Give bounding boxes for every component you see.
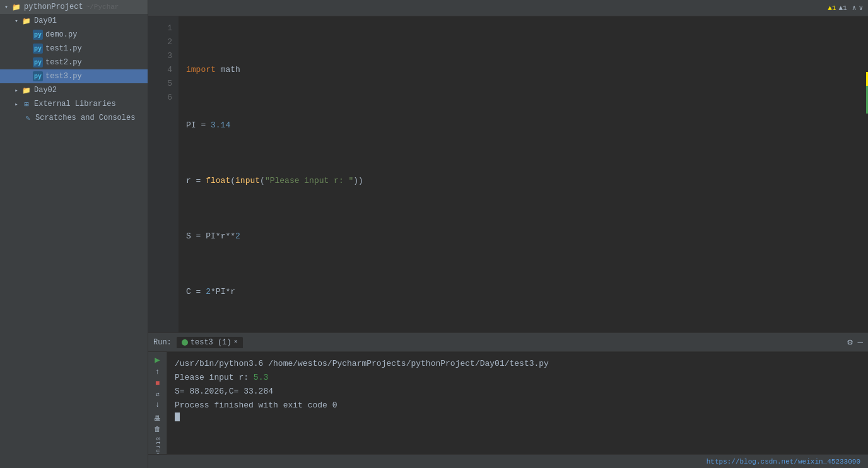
py-icon-demo: py (33, 30, 43, 40)
line-numbers: 1 2 3 4 5 6 (148, 16, 179, 332)
code-line-2: PI = 3.14 (186, 119, 860, 132)
settings-icon[interactable]: ⚙ (847, 337, 852, 348)
sidebar-item-ext-libs[interactable]: ▸ ⊞ External Libraries (0, 97, 148, 111)
console-cursor-line (175, 412, 860, 426)
nav-up[interactable]: ∧ (852, 4, 857, 12)
minimize-icon[interactable]: — (858, 337, 863, 348)
arrow-test2-py (23, 59, 32, 66)
console-output[interactable]: /usr/bin/python3.6 /home/westos/PycharmP… (167, 352, 868, 454)
expand-arrow-day02: ▸ (13, 86, 20, 94)
demo-py-label: demo.py (45, 30, 77, 39)
run-tab-status-icon (182, 339, 188, 346)
project-name: pythonProject (24, 3, 83, 11)
editor-area: ▲1 ▲1 ∧ ∨ 1 2 3 4 5 6 import math PI = 3… (148, 0, 868, 468)
status-link[interactable]: https://blog.csdn.net/weixin_45233090 (707, 458, 860, 465)
arrow-test1-py (23, 45, 32, 52)
arrow-demo-py (23, 31, 32, 38)
arrow-scratches (13, 114, 21, 122)
sidebar-item-day01[interactable]: ▾ 📁 Day01 (0, 14, 148, 28)
py-icon-test3: py (33, 71, 43, 81)
stop-btn[interactable]: ■ (151, 379, 165, 388)
down-btn[interactable]: ↓ (151, 401, 165, 409)
sidebar-item-demo-py[interactable]: py demo.py (0, 28, 148, 42)
scratches-label: Scratches and Consoles (35, 114, 135, 122)
structure-label-btn[interactable]: Structure (151, 448, 165, 454)
run-tab-bar: Run: test3 (1) × ⚙ — (148, 333, 868, 352)
error-badge: ▲1 (839, 4, 847, 12)
run-btn[interactable]: ▶ (151, 354, 165, 365)
day01-label: Day01 (34, 16, 57, 25)
sidebar-item-test2-py[interactable]: py test2.py (0, 56, 148, 69)
arrow-test3-py (23, 73, 32, 80)
run-tab[interactable]: test3 (1) × (177, 337, 243, 348)
warning-badge: ▲1 (828, 4, 836, 12)
editor-content: 1 2 3 4 5 6 import math PI = 3.14 r = fl… (148, 16, 868, 332)
panel-left-toolbar: ▶ ↑ ■ ⇄ ↓ 🖶 🗑 Structure (148, 352, 167, 454)
panel-content-area: ▶ ↑ ■ ⇄ ↓ 🖶 🗑 Structure /usr/bin/python3… (148, 352, 868, 454)
console-finished-line: Process finished with exit code 0 (175, 399, 860, 412)
bottom-panel: Run: test3 (1) × ⚙ — ▶ ↑ (148, 332, 868, 468)
print-btn[interactable]: 🖶 (151, 414, 165, 423)
code-editor[interactable]: import math PI = 3.14 r = float(input("P… (179, 16, 868, 332)
expand-arrow-ext-libs: ▸ (13, 100, 20, 108)
code-line-4: S = PI*r**2 (186, 230, 860, 243)
folder-icon-day01: 📁 (21, 16, 32, 26)
test2-py-label: test2.py (45, 58, 82, 67)
expand-arrow-day01: ▾ (13, 17, 20, 25)
console-input-value: 5.3 (254, 373, 268, 382)
sidebar: ▾ 📁 pythonProject ~/Pychar ▾ 📁 Day01 py … (0, 0, 148, 468)
run-tab-close-btn[interactable]: × (234, 339, 238, 346)
console-command-line: /usr/bin/python3.6 /home/westos/PycharmP… (175, 357, 860, 371)
scroll-up-btn[interactable]: ↑ (151, 368, 165, 377)
run-label: Run: (153, 338, 172, 347)
scratch-icon: ✎ (23, 113, 33, 123)
py-icon-test1: py (33, 44, 43, 54)
test1-py-label: test1.py (45, 44, 82, 53)
py-icon-test2: py (33, 57, 43, 67)
console-prompt-text: Please input r: (175, 373, 254, 382)
console-cursor (175, 412, 180, 421)
test3-py-label: test3.py (45, 72, 82, 81)
lib-icon: ⊞ (21, 99, 32, 109)
code-line-1: import math (186, 63, 860, 77)
console-prompt-line: Please input r: 5.3 (175, 371, 860, 385)
status-bar: https://blog.csdn.net/weixin_45233090 (148, 454, 868, 468)
sidebar-item-scratches[interactable]: ✎ Scratches and Consoles (0, 111, 148, 125)
sidebar-item-test1-py[interactable]: py test1.py (0, 42, 148, 56)
editor-toolbar: ▲1 ▲1 ∧ ∨ (148, 0, 868, 16)
project-path: ~/Pychar (86, 3, 119, 11)
ext-libs-label: External Libraries (34, 100, 116, 108)
main-area: ▾ 📁 pythonProject ~/Pychar ▾ 📁 Day01 py … (0, 0, 868, 468)
sidebar-item-test3-py[interactable]: py test3.py (0, 69, 148, 83)
folder-icon-project: 📁 (11, 2, 21, 12)
sidebar-item-project[interactable]: ▾ 📁 pythonProject ~/Pychar (0, 0, 148, 14)
trash-btn[interactable]: 🗑 (151, 425, 165, 433)
console-output-line: S= 88.2026,C= 33.284 (175, 385, 860, 399)
day02-label: Day02 (34, 86, 57, 95)
code-line-3: r = float(input("Please input r: ")) (186, 174, 860, 188)
code-line-5: C = 2*PI*r (186, 285, 860, 299)
folder-icon-day02: 📁 (21, 85, 32, 95)
sidebar-item-day02[interactable]: ▸ 📁 Day02 (0, 83, 148, 97)
nav-down[interactable]: ∨ (859, 4, 863, 12)
expand-arrow-project: ▾ (3, 3, 10, 11)
run-tab-name: test3 (1) (191, 338, 232, 347)
rerun-btn[interactable]: ⇄ (151, 390, 165, 398)
